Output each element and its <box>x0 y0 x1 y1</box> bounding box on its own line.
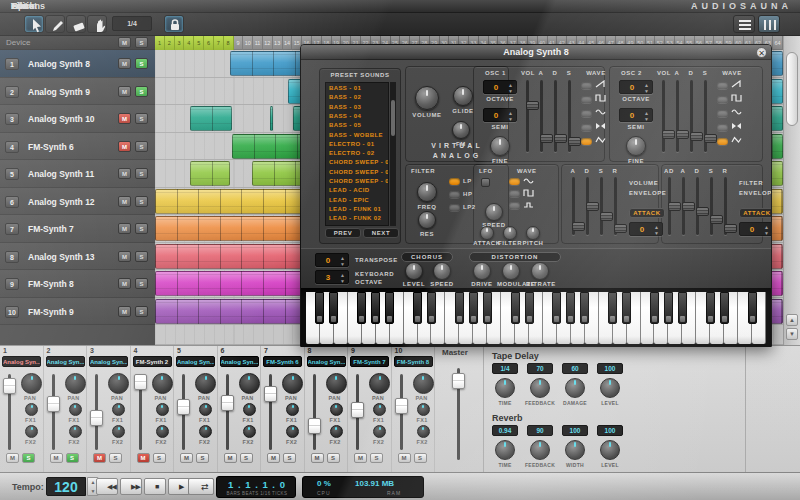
channel-solo-button[interactable]: S <box>327 453 340 463</box>
osc2-fine-knob[interactable] <box>626 136 646 156</box>
preset-item[interactable]: LEAD - FUNK 03 <box>329 225 381 227</box>
channel-fader[interactable] <box>395 398 408 414</box>
track-mute-button[interactable]: M <box>118 113 131 124</box>
channel-mute-button[interactable]: M <box>398 453 411 463</box>
keyboard-octave-stepper[interactable]: 3▲▼ <box>315 270 349 284</box>
channel-fader[interactable] <box>3 378 16 394</box>
track-solo-button[interactable]: S <box>135 196 148 207</box>
channel-solo-button[interactable]: S <box>370 453 383 463</box>
track-row-1[interactable]: 1Analog Synth 8MS <box>0 50 155 78</box>
tape-delay-value-display[interactable]: 100 <box>597 363 623 374</box>
osc2-wave-saw[interactable] <box>717 82 728 89</box>
preset-item[interactable]: LEAD - ACID <box>329 187 370 193</box>
osc1-semi-stepper[interactable]: 0▲▼ <box>483 108 517 122</box>
tape-delay-damage-knob[interactable] <box>565 378 585 398</box>
preset-item[interactable]: LEAD - FUNK 02 <box>329 215 381 221</box>
volume-envelope-slider-d1[interactable] <box>586 202 599 211</box>
fx1-knob[interactable] <box>156 403 169 416</box>
volume-envelope-slider-s2[interactable] <box>600 212 613 221</box>
track-row-5[interactable]: 5Analog Synth 11MS <box>0 160 155 188</box>
preset-item[interactable]: BASS - 02 <box>329 94 361 100</box>
distortion-drive-knob[interactable] <box>473 262 491 280</box>
channel-solo-button[interactable]: S <box>153 453 166 463</box>
track-mute-button[interactable]: M <box>118 86 131 97</box>
piano-black-key[interactable] <box>455 292 464 324</box>
track-mute-button[interactable]: M <box>118 196 131 207</box>
pan-knob[interactable] <box>108 373 129 394</box>
osc2-wave-tri[interactable] <box>717 138 728 145</box>
ruler-bar-6[interactable]: 6 <box>204 36 214 50</box>
piano-black-key[interactable] <box>720 292 729 324</box>
channel-fader[interactable] <box>177 399 190 415</box>
osc1-wave-saw[interactable] <box>581 82 592 89</box>
lfo-attack-knob[interactable] <box>480 226 494 240</box>
preset-prev-button[interactable]: PREV <box>325 228 361 238</box>
osc1-wave-noise[interactable] <box>581 124 592 131</box>
track-row-4[interactable]: 4FM-Synth 6MS <box>0 133 155 161</box>
close-icon[interactable]: ✕ <box>756 47 767 58</box>
forward-button[interactable]: ▶▶ <box>120 478 142 495</box>
channel-solo-button[interactable]: S <box>22 453 35 463</box>
lfo-wave-pulse[interactable] <box>509 190 520 197</box>
track-solo-button[interactable]: S <box>135 251 148 262</box>
ruler-bar-1[interactable]: 1 <box>155 36 165 50</box>
chorus-level-knob[interactable] <box>405 262 423 280</box>
pan-knob[interactable] <box>413 373 434 394</box>
filter-mode-lp2[interactable] <box>449 204 460 211</box>
osc2-wave-noise[interactable] <box>717 124 728 131</box>
track-row-2[interactable]: 2Analog Synth 9MS <box>0 78 155 106</box>
reverb-value-display[interactable]: 0.94 <box>492 425 518 436</box>
tape-delay-time-knob[interactable] <box>495 378 515 398</box>
preset-list[interactable]: BASS - 01BASS - 02BASS - 03BASS - 04BASS… <box>325 82 389 226</box>
channel-mute-button[interactable]: M <box>137 453 150 463</box>
osc1-wave-pulse[interactable] <box>581 96 592 103</box>
ruler-bar-14[interactable]: 14 <box>283 36 293 50</box>
audio-clip[interactable] <box>270 106 273 131</box>
preset-item[interactable]: BASS - 03 <box>329 104 361 110</box>
osc1-slider-a[interactable] <box>540 134 553 143</box>
rewind-button[interactable]: ◀◀ <box>96 478 118 495</box>
piano-black-key[interactable] <box>608 292 617 324</box>
piano-black-key[interactable] <box>622 292 631 324</box>
pan-knob[interactable] <box>65 373 86 394</box>
ruler-bar-7[interactable]: 7 <box>214 36 224 50</box>
track-row-8[interactable]: 8Analog Synth 13MS <box>0 243 155 271</box>
filter-envelope-attack-button[interactable]: ATTACK <box>739 208 771 218</box>
channel-fader[interactable] <box>264 386 277 402</box>
piano-black-key[interactable] <box>469 292 478 324</box>
tape-delay-level-knob[interactable] <box>600 378 620 398</box>
track-row-10[interactable]: 10FM-Synth 9MS <box>0 298 155 326</box>
track-solo-button[interactable]: S <box>135 58 148 69</box>
play-button[interactable]: ▶ <box>168 478 190 495</box>
piano-black-key[interactable] <box>511 292 520 324</box>
fx2-knob[interactable] <box>156 425 169 438</box>
piano-black-key[interactable] <box>678 292 687 324</box>
channel-fader[interactable] <box>47 396 60 412</box>
preset-item[interactable]: BASS - 05 <box>329 122 361 128</box>
fx1-knob[interactable] <box>199 403 212 416</box>
ruler-bar-13[interactable]: 13 <box>273 36 283 50</box>
track-solo-button[interactable]: S <box>135 113 148 124</box>
channel-mute-button[interactable]: M <box>224 453 237 463</box>
piano-keyboard[interactable] <box>301 288 771 347</box>
snap-lock-button[interactable] <box>164 15 184 33</box>
track-mute-button[interactable]: M <box>118 251 131 262</box>
menu-item-about[interactable]: About <box>0 0 48 13</box>
piano-black-key[interactable] <box>748 292 757 324</box>
ruler-bar-5[interactable]: 5 <box>194 36 204 50</box>
tape-delay-value-display[interactable]: 1/4 <box>492 363 518 374</box>
preset-item[interactable]: BASS - 04 <box>329 113 361 119</box>
osc2-wave-pulse[interactable] <box>717 96 728 103</box>
scroll-up-icon[interactable]: ▲ <box>786 314 798 326</box>
channel-mute-button[interactable]: M <box>93 453 106 463</box>
preset-item[interactable]: CHORD SWEEP - 01 <box>329 159 389 165</box>
fx1-knob[interactable] <box>25 403 38 416</box>
chorus-speed-knob[interactable] <box>433 262 451 280</box>
fx1-knob[interactable] <box>373 403 386 416</box>
fx1-knob[interactable] <box>69 403 82 416</box>
osc2-semi-stepper[interactable]: 0▲▼ <box>619 108 653 122</box>
ruler-bar-11[interactable]: 11 <box>253 36 263 50</box>
fx1-knob[interactable] <box>112 403 125 416</box>
reverb-value-display[interactable]: 90 <box>527 425 553 436</box>
piano-black-key[interactable] <box>329 292 338 324</box>
